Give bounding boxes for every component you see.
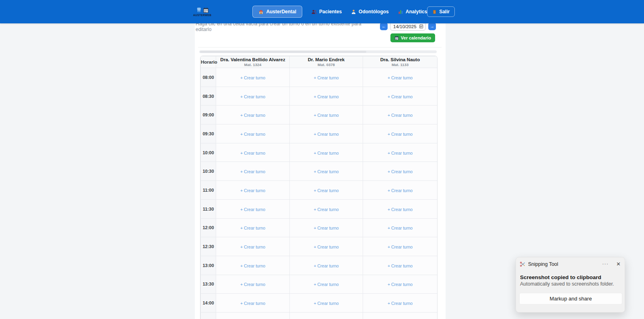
empty-slot-cell[interactable]: + Crear turno [290,87,363,106]
empty-slot-cell[interactable]: + Crear turno [363,124,438,143]
create-turno-link[interactable]: + Crear turno [388,188,413,193]
empty-slot-cell[interactable]: + Crear turno [216,162,290,181]
empty-slot-cell[interactable]: + Crear turno [363,256,438,275]
empty-slot-cell[interactable]: + Crear turno [290,294,363,313]
create-turno-link[interactable]: + Crear turno [240,151,265,155]
date-input[interactable] [393,24,419,29]
empty-slot-cell[interactable]: + Crear turno [290,199,363,218]
empty-slot-cell[interactable]: + Crear turno [290,237,363,256]
create-turno-link[interactable]: + Crear turno [314,263,339,268]
empty-slot-cell[interactable]: + Crear turno [216,181,290,200]
scrollbar-thumb[interactable] [200,51,366,53]
empty-slot-cell[interactable]: + Crear turno [216,237,290,256]
create-turno-link[interactable]: + Crear turno [388,94,413,99]
create-turno-link[interactable]: + Crear turno [240,226,265,230]
create-turno-link[interactable]: + Crear turno [314,207,339,212]
empty-slot-cell[interactable]: + Crear turno [363,199,438,218]
empty-slot-cell[interactable]: + Crear turno [363,294,438,313]
create-turno-link[interactable]: + Crear turno [240,132,265,137]
empty-slot-cell[interactable]: + Crear turno [216,275,290,294]
create-turno-link[interactable]: + Crear turno [314,151,339,155]
create-turno-link[interactable]: + Crear turno [388,132,413,137]
empty-slot-cell[interactable]: + Crear turno [290,256,363,275]
empty-slot-cell[interactable]: + Crear turno [216,87,290,106]
prev-day-button[interactable]: ← [380,23,388,30]
create-turno-link[interactable]: + Crear turno [314,282,339,287]
empty-slot-cell[interactable]: + Crear turno [290,218,363,237]
empty-slot-cell[interactable]: + Crear turno [290,124,363,143]
create-turno-link[interactable]: + Crear turno [240,207,265,212]
empty-slot-cell[interactable]: + Crear turno [216,106,290,124]
create-turno-link[interactable]: + Crear turno [388,263,413,268]
horizontal-scrollbar[interactable] [199,50,437,53]
nav-item-analytics[interactable]: Analytics [398,9,427,14]
create-turno-link[interactable]: + Crear turno [388,151,413,155]
create-turno-link[interactable]: + Crear turno [314,226,339,230]
empty-slot-cell[interactable]: + Crear turno [216,143,290,162]
create-turno-link[interactable]: + Crear turno [240,301,265,306]
empty-slot-cell[interactable]: + Crear turno [363,106,438,124]
next-day-button[interactable]: → [428,23,436,30]
empty-slot-cell[interactable]: + Crear turno [216,124,290,143]
nav-item-austerdental[interactable]: AusterDental [252,6,302,18]
create-turno-link[interactable]: + Crear turno [240,75,265,80]
markup-share-button[interactable]: Markup and share [519,293,622,304]
create-turno-link[interactable]: + Crear turno [314,301,339,306]
create-turno-link[interactable]: + Crear turno [314,113,339,118]
create-turno-link[interactable]: + Crear turno [314,188,339,193]
empty-slot-cell[interactable]: + Crear turno [216,294,290,313]
empty-slot-cell[interactable]: + Crear turno [363,275,438,294]
app-logo[interactable]: AUSTERWEB [193,7,211,17]
nav-item-odontologos[interactable]: Odontólogos [351,9,389,14]
create-turno-link[interactable]: + Crear turno [388,169,413,174]
empty-slot-cell[interactable]: + Crear turno [216,218,290,237]
create-turno-link[interactable]: + Crear turno [314,94,339,99]
navbar: AUSTERWEB AusterDentalPacientesOdontólog… [0,0,644,23]
empty-slot-cell[interactable]: + Crear turno [363,68,438,87]
create-turno-link[interactable]: + Crear turno [240,113,265,118]
empty-slot-cell[interactable]: + Crear turno [363,218,438,237]
empty-slot-cell[interactable]: + Crear turno [290,181,363,200]
empty-slot-cell[interactable]: + Crear turno [216,256,290,275]
empty-slot-cell[interactable]: + Crear turno [363,181,438,200]
empty-slot-cell[interactable]: + Crear turno [363,312,438,319]
empty-slot-cell[interactable]: + Crear turno [216,68,290,87]
more-options-icon[interactable]: ··· [602,261,609,267]
create-turno-link[interactable]: + Crear turno [240,188,265,193]
create-turno-link[interactable]: + Crear turno [240,282,265,287]
date-picker-icon[interactable] [419,24,423,29]
create-turno-link[interactable]: + Crear turno [314,75,339,80]
create-turno-link[interactable]: + Crear turno [314,132,339,137]
create-turno-link[interactable]: + Crear turno [314,169,339,174]
empty-slot-cell[interactable]: + Crear turno [290,162,363,181]
empty-slot-cell[interactable]: + Crear turno [363,237,438,256]
create-turno-link[interactable]: + Crear turno [240,169,265,174]
create-turno-link[interactable]: + Crear turno [240,263,265,268]
create-turno-link[interactable]: + Crear turno [388,75,413,80]
close-icon[interactable]: ✕ [616,261,621,267]
create-turno-link[interactable]: + Crear turno [240,94,265,99]
create-turno-link[interactable]: + Crear turno [388,244,413,249]
empty-slot-cell[interactable]: + Crear turno [363,143,438,162]
empty-slot-cell[interactable]: + Crear turno [290,68,363,87]
empty-slot-cell[interactable]: + Crear turno [363,87,438,106]
create-turno-link[interactable]: + Crear turno [388,282,413,287]
logout-button[interactable]: Salir [427,6,455,17]
create-turno-link[interactable]: + Crear turno [240,244,265,249]
create-turno-link[interactable]: + Crear turno [388,301,413,306]
create-turno-link[interactable]: + Crear turno [388,226,413,230]
create-turno-link[interactable]: + Crear turno [388,207,413,212]
create-turno-link[interactable]: + Crear turno [314,244,339,249]
date-picker[interactable] [390,22,426,31]
empty-slot-cell[interactable]: + Crear turno [216,199,290,218]
empty-slot-cell[interactable]: + Crear turno [290,106,363,124]
view-calendar-button[interactable]: Ver calendario [390,33,435,42]
tooth-icon [196,7,202,13]
empty-slot-cell[interactable]: + Crear turno [216,312,290,319]
empty-slot-cell[interactable]: + Crear turno [363,162,438,181]
nav-item-pacientes[interactable]: Pacientes [312,9,342,14]
create-turno-link[interactable]: + Crear turno [388,113,413,118]
empty-slot-cell[interactable]: + Crear turno [290,312,363,319]
empty-slot-cell[interactable]: + Crear turno [290,275,363,294]
empty-slot-cell[interactable]: + Crear turno [290,143,363,162]
